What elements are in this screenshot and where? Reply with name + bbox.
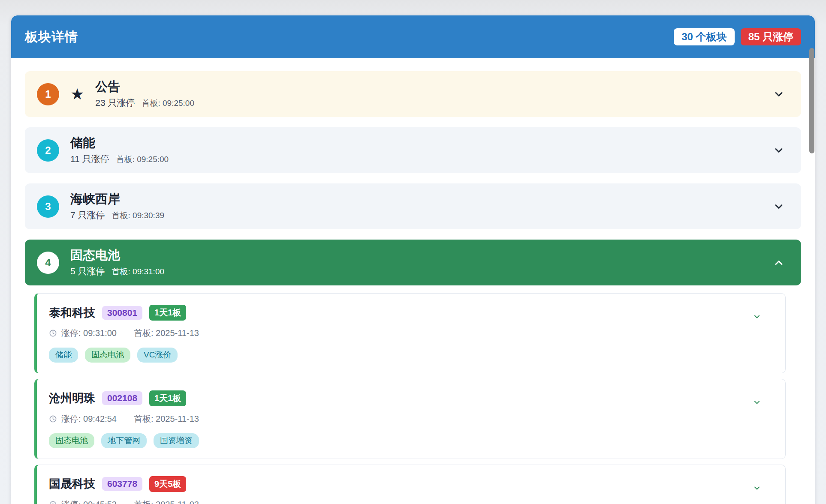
concept-tag[interactable]: 固态电池: [85, 348, 130, 363]
sector-subtitle: 7 只涨停 首板: 09:30:39: [70, 209, 766, 221]
stock-name: 泰和科技: [49, 305, 95, 321]
chevron-down-icon[interactable]: [773, 88, 785, 100]
sector-info: 储能 11 只涨停 首板: 09:25:00: [70, 135, 766, 165]
stock-header: 国晟科技 603778 9天5板: [49, 476, 772, 492]
clock-icon: [49, 501, 57, 504]
sector-count-badge: 30 个板块: [674, 28, 734, 45]
sector-name: 海峡西岸: [70, 192, 766, 207]
sector-row[interactable]: 1 ★ 公告 23 只涨停 首板: 09:25:00: [25, 71, 801, 117]
panel-header: 板块详情 30 个板块 85 只涨停: [11, 15, 815, 58]
sector-first-board-time: 首板: 09:25:00: [142, 98, 194, 109]
star-icon: ★: [70, 87, 84, 102]
sector-name: 储能: [70, 135, 766, 150]
sector-limit-up-count: 7 只涨停: [70, 209, 105, 221]
sector-first-board-time: 首板: 09:25:00: [116, 154, 169, 165]
stock-name: 国晟科技: [49, 476, 95, 492]
sector-first-board-time: 首板: 09:31:00: [112, 266, 165, 277]
sector-list: 1 ★ 公告 23 只涨停 首板: 09:25:00 2 ★ 储能 11 只涨停…: [11, 58, 815, 504]
sector-name: 公告: [95, 79, 766, 94]
sector-row[interactable]: 2 ★ 储能 11 只涨停 首板: 09:25:00: [25, 127, 801, 173]
chevron-down-icon[interactable]: [753, 312, 761, 323]
rank-badge: 3: [37, 195, 59, 218]
limit-up-time: 涨停: 09:45:52: [61, 499, 117, 504]
sector-limit-up-count: 5 只涨停: [70, 265, 105, 277]
concept-tag[interactable]: 地下管网: [101, 433, 147, 448]
chevron-up-icon[interactable]: [773, 257, 785, 269]
first-board-date: 首板: 2025-11-13: [134, 413, 199, 425]
stock-tags: 固态电池地下管网国资增资: [49, 433, 772, 448]
concept-tag[interactable]: 固态电池: [49, 433, 94, 448]
streak-badge: 9天5板: [149, 476, 186, 492]
concept-tag[interactable]: VC涨价: [137, 348, 178, 363]
stock-card[interactable]: 沧州明珠 002108 1天1板 涨停: 09:42:54 首板: 2025-1…: [34, 379, 786, 459]
limit-up-time: 涨停: 09:31:00: [61, 327, 117, 339]
first-board-date: 首板: 2025-11-13: [134, 327, 199, 339]
stock-meta: 涨停: 09:45:52 首板: 2025-11-03: [49, 499, 772, 504]
rank-badge: 1: [37, 83, 59, 105]
stock-header: 泰和科技 300801 1天1板: [49, 305, 772, 321]
chevron-down-icon[interactable]: [753, 398, 761, 408]
limit-up-time: 涨停: 09:42:54: [61, 413, 117, 425]
sector-limit-up-count: 11 只涨停: [70, 153, 109, 165]
header-badges: 30 个板块 85 只涨停: [674, 28, 801, 45]
stock-card[interactable]: 泰和科技 300801 1天1板 涨停: 09:31:00 首板: 2025-1…: [34, 293, 786, 373]
stock-code-badge: 300801: [102, 306, 142, 320]
chevron-down-icon[interactable]: [773, 201, 785, 213]
concept-tag[interactable]: 国资增资: [154, 433, 199, 448]
limit-up-count-badge: 85 只涨停: [741, 28, 801, 45]
sector-info: 固态电池 5 只涨停 首板: 09:31:00: [70, 248, 766, 277]
sector-detail-panel: 板块详情 30 个板块 85 只涨停 1 ★ 公告 23 只涨停 首板: 09:…: [11, 15, 815, 504]
stocks-panel: 泰和科技 300801 1天1板 涨停: 09:31:00 首板: 2025-1…: [25, 285, 801, 504]
stock-meta: 涨停: 09:42:54 首板: 2025-11-13: [49, 413, 772, 425]
rank-badge: 2: [37, 139, 59, 162]
page-title: 板块详情: [25, 28, 78, 46]
stock-code-badge: 603778: [102, 477, 142, 491]
sector-first-board-time: 首板: 09:30:39: [112, 210, 165, 221]
rank-badge: 4: [37, 252, 59, 274]
sector-subtitle: 11 只涨停 首板: 09:25:00: [70, 153, 766, 165]
stock-name: 沧州明珠: [49, 390, 95, 406]
sector-limit-up-count: 23 只涨停: [95, 97, 135, 109]
sector-info: 海峡西岸 7 只涨停 首板: 09:30:39: [70, 192, 766, 221]
streak-badge: 1天1板: [149, 390, 186, 406]
sector-subtitle: 23 只涨停 首板: 09:25:00: [95, 97, 766, 109]
stock-meta: 涨停: 09:31:00 首板: 2025-11-13: [49, 327, 772, 339]
first-board-date: 首板: 2025-11-03: [134, 499, 199, 504]
sector-row[interactable]: 4 ★ 固态电池 5 只涨停 首板: 09:31:00: [25, 240, 801, 285]
sector-name: 固态电池: [70, 248, 766, 263]
stock-header: 沧州明珠 002108 1天1板: [49, 390, 772, 406]
streak-badge: 1天1板: [149, 305, 186, 321]
stock-code-badge: 002108: [102, 391, 142, 405]
clock-icon: [49, 415, 57, 423]
sector-info: 公告 23 只涨停 首板: 09:25:00: [95, 79, 766, 109]
chevron-down-icon[interactable]: [773, 144, 785, 156]
concept-tag[interactable]: 储能: [49, 348, 78, 363]
stock-card[interactable]: 国晟科技 603778 9天5板 涨停: 09:45:52 首板: 2025-1…: [34, 465, 786, 504]
scrollbar-thumb[interactable]: [809, 48, 814, 153]
chevron-down-icon[interactable]: [753, 484, 761, 494]
sector-subtitle: 5 只涨停 首板: 09:31:00: [70, 265, 766, 277]
clock-icon: [49, 329, 57, 337]
sector-row[interactable]: 3 ★ 海峡西岸 7 只涨停 首板: 09:30:39: [25, 183, 801, 229]
stock-tags: 储能固态电池VC涨价: [49, 348, 772, 363]
